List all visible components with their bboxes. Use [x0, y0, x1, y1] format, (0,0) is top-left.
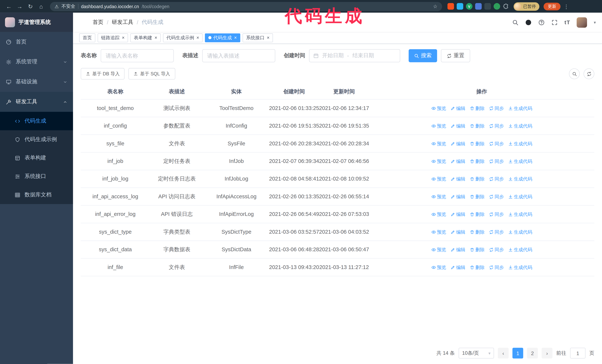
extension-icon[interactable]: [484, 3, 491, 10]
forward-icon[interactable]: →: [15, 1, 25, 11]
action-preview-link[interactable]: 预览: [431, 175, 446, 182]
search-icon[interactable]: [512, 19, 519, 26]
extension-icon[interactable]: V: [466, 3, 472, 10]
action-preview-link[interactable]: 预览: [431, 105, 446, 112]
tab-codegen[interactable]: 代码生成 ×: [205, 33, 240, 42]
tab-system-api[interactable]: 系统接口 ×: [243, 33, 273, 42]
user-avatar[interactable]: [577, 17, 587, 27]
app-logo[interactable]: 芋道管理系统: [0, 13, 73, 32]
breadcrumb-dev-tools[interactable]: 研发工具: [112, 19, 133, 26]
page-button-1[interactable]: 1: [513, 348, 523, 358]
back-icon[interactable]: ←: [4, 1, 14, 11]
action-preview-link[interactable]: 预览: [431, 211, 446, 218]
tab-close-icon[interactable]: ×: [234, 35, 237, 40]
extension-icon[interactable]: [475, 3, 482, 10]
prev-page-button[interactable]: ‹: [498, 348, 509, 358]
page-size-select[interactable]: 10条/页 ▾: [459, 348, 494, 358]
action-edit-link[interactable]: 编辑: [450, 193, 465, 200]
action-generate-link[interactable]: 生成代码: [508, 105, 532, 112]
action-delete-link[interactable]: 删除: [470, 211, 484, 218]
action-edit-link[interactable]: 编辑: [450, 122, 465, 129]
next-page-button[interactable]: ›: [542, 348, 552, 358]
star-icon[interactable]: ☆: [433, 3, 438, 9]
puzzle-icon[interactable]: [503, 3, 509, 10]
caret-down-icon[interactable]: ▾: [594, 20, 596, 25]
reload-icon[interactable]: ↻: [25, 1, 35, 11]
action-delete-link[interactable]: 删除: [470, 193, 484, 200]
tab-home[interactable]: 首页: [79, 33, 95, 42]
action-generate-link[interactable]: 生成代码: [508, 158, 532, 165]
action-sync-link[interactable]: 同步: [489, 211, 504, 218]
table-name-input[interactable]: [101, 49, 174, 62]
action-preview-link[interactable]: 预览: [431, 158, 446, 165]
action-generate-link[interactable]: 生成代码: [508, 140, 532, 147]
tab-close-icon[interactable]: ×: [154, 35, 157, 40]
action-sync-link[interactable]: 同步: [489, 105, 504, 112]
action-delete-link[interactable]: 删除: [470, 229, 484, 235]
action-edit-link[interactable]: 编辑: [450, 105, 465, 112]
action-preview-link[interactable]: 预览: [431, 193, 446, 200]
action-sync-link[interactable]: 同步: [489, 246, 504, 253]
sidebar-subitem-system-api[interactable]: 系统接口: [0, 167, 73, 186]
address-bar[interactable]: ⚠ 不安全 dashboard.yudao.iocoder.cn/tool/co…: [50, 2, 442, 11]
action-edit-link[interactable]: 编辑: [450, 158, 465, 165]
sidebar-subitem-codegen[interactable]: 代码生成: [0, 112, 73, 130]
action-sync-link[interactable]: 同步: [489, 158, 504, 165]
tab-codegen-example[interactable]: 代码生成示例 ×: [163, 33, 203, 42]
action-generate-link[interactable]: 生成代码: [508, 229, 532, 235]
github-icon[interactable]: [525, 19, 532, 26]
action-generate-link[interactable]: 生成代码: [508, 175, 532, 182]
action-preview-link[interactable]: 预览: [431, 264, 446, 271]
action-delete-link[interactable]: 删除: [470, 140, 484, 147]
action-delete-link[interactable]: 删除: [470, 105, 484, 112]
action-delete-link[interactable]: 删除: [470, 264, 484, 271]
tab-trace[interactable]: 链路追踪 ×: [98, 33, 128, 42]
action-edit-link[interactable]: 编辑: [450, 264, 465, 271]
tab-close-icon[interactable]: ×: [267, 35, 269, 40]
action-delete-link[interactable]: 删除: [470, 122, 484, 129]
kebab-menu-icon[interactable]: ⋮: [564, 3, 569, 10]
action-sync-link[interactable]: 同步: [489, 122, 504, 129]
action-sync-link[interactable]: 同步: [489, 193, 504, 200]
action-edit-link[interactable]: 编辑: [450, 140, 465, 147]
sidebar-item-dev-tools[interactable]: 研发工具: [0, 92, 73, 112]
action-edit-link[interactable]: 编辑: [450, 246, 465, 253]
action-sync-link[interactable]: 同步: [489, 140, 504, 147]
action-generate-link[interactable]: 生成代码: [508, 264, 532, 271]
sidebar-subitem-form-builder[interactable]: 表单构建: [0, 149, 73, 167]
search-button[interactable]: 搜索: [408, 49, 437, 62]
action-delete-link[interactable]: 删除: [470, 246, 484, 253]
tab-close-icon[interactable]: ×: [122, 35, 125, 40]
action-sync-link[interactable]: 同步: [489, 229, 504, 235]
refresh-button[interactable]: [583, 68, 594, 79]
action-edit-link[interactable]: 编辑: [450, 211, 465, 218]
table-desc-input[interactable]: [202, 49, 275, 62]
extension-icon[interactable]: [448, 3, 454, 10]
extension-icon[interactable]: [457, 3, 463, 10]
search-toggle-button[interactable]: [569, 68, 580, 79]
sidebar-item-system-mgmt[interactable]: 系统管理: [0, 52, 73, 72]
update-button[interactable]: 更新: [544, 2, 560, 10]
action-preview-link[interactable]: 预览: [431, 140, 446, 147]
action-delete-link[interactable]: 删除: [470, 158, 484, 165]
action-preview-link[interactable]: 预览: [431, 229, 446, 235]
sidebar-item-home[interactable]: 首页: [0, 32, 73, 52]
action-preview-link[interactable]: 预览: [431, 122, 446, 129]
action-generate-link[interactable]: 生成代码: [508, 122, 532, 129]
action-preview-link[interactable]: 预览: [431, 246, 446, 253]
page-button-2[interactable]: 2: [527, 348, 538, 358]
action-generate-link[interactable]: 生成代码: [508, 246, 532, 253]
action-edit-link[interactable]: 编辑: [450, 229, 465, 235]
tab-close-icon[interactable]: ×: [196, 35, 199, 40]
browser-home-icon[interactable]: ⌂: [36, 1, 46, 11]
font-size-icon[interactable]: tT: [564, 19, 570, 25]
sidebar-subitem-db-doc[interactable]: 数据库文档: [0, 186, 73, 204]
profile-chip[interactable]: 已暂停: [514, 2, 539, 10]
date-range-picker[interactable]: 开始日期 - 结束日期: [309, 49, 400, 62]
tab-form-builder[interactable]: 表单构建 ×: [130, 33, 161, 42]
action-generate-link[interactable]: 生成代码: [508, 211, 532, 218]
extension-icon[interactable]: [494, 3, 500, 10]
import-sql-button[interactable]: 基于 SQL 导入: [129, 68, 175, 79]
breadcrumb-home[interactable]: 首页: [93, 19, 103, 26]
sidebar-subitem-codegen-example[interactable]: 代码生成示例: [0, 130, 73, 149]
